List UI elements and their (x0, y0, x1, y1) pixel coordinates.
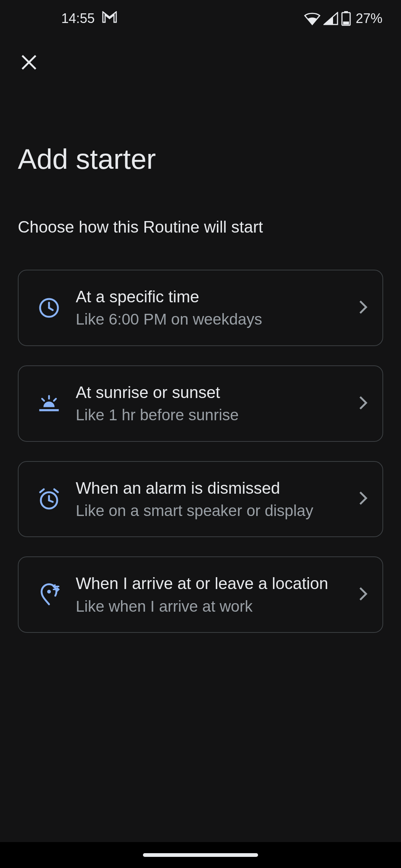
status-right: 27% (304, 11, 382, 26)
battery-icon (341, 11, 351, 26)
options-list: At a specific time Like 6:00 PM on weekd… (18, 270, 383, 633)
option-desc: Like on a smart speaker or display (76, 501, 342, 521)
option-desc: Like when I arrive at work (76, 596, 342, 617)
option-title: When an alarm is dismissed (76, 477, 342, 499)
option-desc: Like 6:00 PM on weekdays (76, 309, 342, 330)
navigation-bar (0, 842, 401, 868)
status-bar: 14:55 27% (0, 0, 401, 37)
svg-line-10 (54, 399, 56, 401)
page-title: Add starter (18, 143, 383, 175)
status-time: 14:55 (61, 11, 95, 26)
option-title: At sunrise or sunset (76, 382, 342, 403)
close-button[interactable] (18, 52, 40, 74)
close-icon (20, 53, 38, 73)
chevron-right-icon (358, 395, 368, 412)
svg-line-9 (42, 399, 44, 401)
battery-percentage: 27% (356, 11, 382, 26)
option-sunrise-sunset[interactable]: At sunrise or sunset Like 1 hr before su… (18, 365, 383, 442)
signal-icon (323, 12, 338, 25)
option-location[interactable]: When I arrive at or leave a location Lik… (18, 556, 383, 633)
status-left: 14:55 (61, 11, 117, 26)
wifi-icon (304, 12, 320, 25)
page-subtitle: Choose how this Routine will start (18, 218, 383, 236)
svg-line-16 (54, 489, 58, 492)
chevron-right-icon (358, 586, 368, 604)
option-title: When I arrive at or leave a location (76, 573, 342, 594)
chevron-right-icon (358, 299, 368, 317)
alarm-icon (38, 488, 60, 510)
location-icon (38, 583, 60, 606)
svg-line-15 (40, 489, 44, 492)
chevron-right-icon (358, 490, 368, 508)
svg-line-7 (49, 308, 53, 310)
svg-rect-11 (39, 409, 59, 411)
gmail-icon (102, 11, 117, 26)
nav-handle[interactable] (143, 853, 258, 857)
option-title: At a specific time (76, 286, 342, 307)
sunrise-icon (38, 392, 60, 415)
svg-line-14 (49, 500, 53, 502)
option-alarm-dismissed[interactable]: When an alarm is dismissed Like on a sma… (18, 461, 383, 537)
svg-rect-2 (343, 22, 349, 24)
option-desc: Like 1 hr before sunrise (76, 405, 342, 425)
clock-icon (38, 297, 60, 319)
option-specific-time[interactable]: At a specific time Like 6:00 PM on weekd… (18, 270, 383, 346)
svg-point-17 (47, 590, 51, 594)
